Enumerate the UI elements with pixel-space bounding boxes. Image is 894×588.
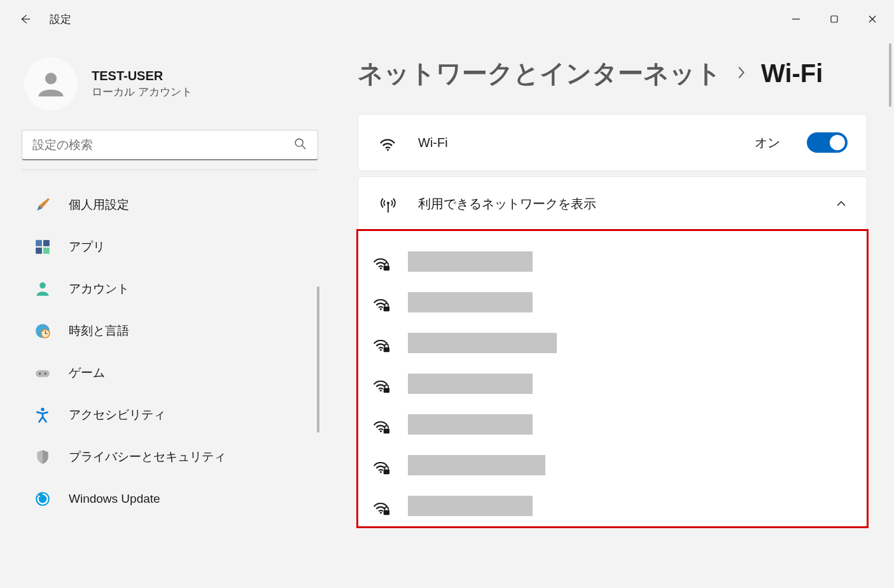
nav-label: Windows Update xyxy=(69,492,160,506)
sidebar-scrollbar[interactable] xyxy=(317,286,319,433)
minimize-button[interactable] xyxy=(777,4,815,34)
gamepad-icon xyxy=(33,363,52,382)
update-icon xyxy=(33,489,52,508)
wifi-secured-icon xyxy=(371,456,391,474)
network-list xyxy=(356,229,869,528)
paintbrush-icon xyxy=(33,195,52,214)
titlebar: 設定 xyxy=(0,0,894,38)
back-button[interactable] xyxy=(18,12,32,26)
network-item[interactable] xyxy=(370,445,855,486)
nav-label: プライバシーとセキュリティ xyxy=(69,449,226,465)
svg-point-6 xyxy=(45,73,57,84)
wifi-secured-icon xyxy=(371,375,391,393)
available-networks-card: 利用できるネットワークを表示 xyxy=(358,176,867,527)
network-item[interactable] xyxy=(370,404,855,445)
network-name-redacted xyxy=(408,374,533,394)
wifi-toggle[interactable] xyxy=(807,132,848,153)
search-box[interactable] xyxy=(22,130,318,160)
nav-item-privacy[interactable]: プライバシーとセキュリティ xyxy=(22,437,321,477)
chevron-up-icon xyxy=(835,197,848,210)
available-networks-label: 利用できるネットワークを表示 xyxy=(418,195,816,213)
toggle-state-label: オン xyxy=(755,134,780,151)
network-item[interactable] xyxy=(370,282,855,323)
svg-rect-3 xyxy=(831,16,837,22)
network-name-redacted xyxy=(408,414,533,435)
available-networks-header[interactable]: 利用できるネットワークを表示 xyxy=(358,177,867,231)
svg-point-22 xyxy=(41,408,44,411)
divider xyxy=(22,169,318,170)
nav-item-accessibility[interactable]: アクセシビリティ xyxy=(22,395,321,435)
nav-item-gaming[interactable]: ゲーム xyxy=(22,353,321,393)
nav-item-personalization[interactable]: 個人用設定 xyxy=(22,185,321,225)
antenna-icon xyxy=(377,193,399,214)
nav-item-windows-update[interactable]: Windows Update xyxy=(22,479,321,519)
network-item[interactable] xyxy=(370,241,855,282)
svg-rect-19 xyxy=(36,370,50,377)
nav-label: アカウント xyxy=(69,281,129,297)
network-name-redacted xyxy=(408,251,533,272)
nav-label: 時刻と言語 xyxy=(69,323,129,339)
svg-rect-11 xyxy=(36,248,42,254)
nav-list: 個人用設定 アプリ アカウント 時刻と言語 xyxy=(18,185,325,519)
account-type: ローカル アカウント xyxy=(92,85,192,99)
nav-item-apps[interactable]: アプリ xyxy=(22,227,321,267)
wifi-secured-icon xyxy=(371,334,391,352)
wifi-icon xyxy=(377,133,399,152)
maximize-button[interactable] xyxy=(815,4,853,34)
main-content: ネットワークとインターネット Wi-Fi Wi-Fi オン xyxy=(331,38,894,588)
nav-item-time-language[interactable]: 時刻と言語 xyxy=(22,311,321,351)
app-title: 設定 xyxy=(50,12,71,27)
svg-point-21 xyxy=(45,373,46,375)
page-title: Wi-Fi xyxy=(761,59,823,88)
svg-rect-12 xyxy=(43,248,50,254)
close-button[interactable] xyxy=(853,4,891,34)
svg-point-7 xyxy=(295,139,303,146)
sidebar: TEST-USER ローカル アカウント 個人用設定 アプリ xyxy=(0,38,331,588)
chevron-right-icon xyxy=(736,63,747,85)
wifi-secured-icon xyxy=(371,497,391,515)
breadcrumb: ネットワークとインターネット Wi-Fi xyxy=(358,56,867,91)
network-item[interactable] xyxy=(370,363,855,404)
network-item[interactable] xyxy=(370,323,855,363)
wifi-secured-icon xyxy=(371,416,391,433)
network-name-redacted xyxy=(408,455,545,475)
network-item[interactable] xyxy=(370,486,855,526)
main-scrollbar[interactable] xyxy=(889,43,891,107)
nav-label: アプリ xyxy=(69,239,105,255)
user-section[interactable]: TEST-USER ローカル アカウント xyxy=(18,38,325,130)
network-name-redacted xyxy=(408,292,533,312)
accessibility-icon xyxy=(33,405,52,424)
wifi-toggle-card: Wi-Fi オン xyxy=(358,114,867,171)
globe-clock-icon xyxy=(33,321,52,340)
svg-point-13 xyxy=(39,283,46,289)
svg-line-8 xyxy=(302,145,306,149)
wifi-label: Wi-Fi xyxy=(418,136,736,150)
network-name-redacted xyxy=(408,496,533,516)
wifi-secured-icon xyxy=(371,253,391,270)
nav-item-accounts[interactable]: アカウント xyxy=(22,269,321,309)
person-icon xyxy=(33,279,52,298)
username: TEST-USER xyxy=(92,69,192,83)
wifi-secured-icon xyxy=(371,293,391,311)
shield-icon xyxy=(33,447,52,466)
nav-label: アクセシビリティ xyxy=(69,407,165,423)
network-name-redacted xyxy=(408,333,557,353)
search-icon xyxy=(293,137,307,153)
svg-rect-9 xyxy=(36,240,42,246)
nav-label: ゲーム xyxy=(69,365,105,381)
window-controls xyxy=(777,4,891,34)
svg-point-20 xyxy=(39,373,41,375)
nav-label: 個人用設定 xyxy=(69,197,129,213)
apps-icon xyxy=(33,237,52,256)
svg-rect-10 xyxy=(43,240,50,246)
avatar xyxy=(24,57,78,111)
breadcrumb-parent[interactable]: ネットワークとインターネット xyxy=(358,56,722,91)
search-input[interactable] xyxy=(32,138,293,152)
